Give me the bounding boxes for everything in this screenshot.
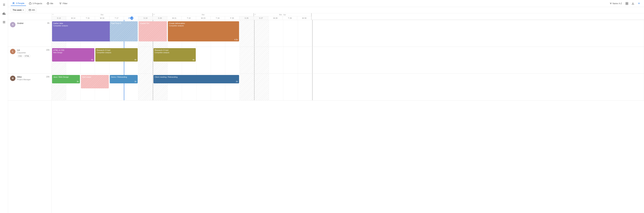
cell-andrei-S27[interactable] xyxy=(254,20,269,47)
day-header-M21: M21 xyxy=(167,16,182,20)
person-name-liz: Liz xyxy=(17,49,46,51)
person-hours-andrei: 8h xyxy=(47,22,50,24)
timeline-header: 11MarS13M14T15W16T17F18S1912MarS20M21T22… xyxy=(52,13,644,20)
cell-mike-T29[interactable] xyxy=(284,74,298,100)
sidebar: ☰ xyxy=(0,0,8,213)
svg-rect-18 xyxy=(29,9,31,11)
cell-liz-W30[interactable] xyxy=(298,47,312,73)
svg-point-6 xyxy=(13,2,14,3)
tab-me[interactable]: Me xyxy=(45,1,55,6)
svg-rect-17 xyxy=(627,4,628,5)
person-role-mike: Project Manager xyxy=(17,78,46,80)
timeline-row-mike: Java / Web Design3hSick LeaveDemo / Rebr… xyxy=(52,74,644,100)
cell-liz-W23[interactable] xyxy=(196,47,211,73)
hours-badge: 48h xyxy=(27,8,36,12)
person-info-liz: Liz Copywriter CSS HTML xyxy=(17,49,46,57)
chart-icon[interactable] xyxy=(1,11,7,16)
event-andrei-create-deliverables[interactable]: Create deliverablesCompetitor analysis4.… xyxy=(168,21,239,41)
person-info-mike: Mike Project Manager xyxy=(17,76,46,80)
people-list: A Andrei 8h L Liz Copywriter CSS HTML xyxy=(8,13,52,213)
svg-point-7 xyxy=(14,2,14,3)
toolbar: This week 48h xyxy=(8,7,644,13)
cell-mike-S19[interactable] xyxy=(138,74,153,100)
cell-mike-M28[interactable] xyxy=(269,74,284,100)
day-header-W16: W16 xyxy=(95,16,110,20)
svg-rect-15 xyxy=(627,2,628,3)
avatar-liz: L xyxy=(10,49,16,54)
person-hours-liz: 20h xyxy=(46,49,50,51)
cell-andrei-T29[interactable] xyxy=(284,20,298,47)
day-header-W30: W30 xyxy=(297,16,312,20)
cell-liz-M28[interactable] xyxy=(269,47,284,73)
event-mike-java-/-web-design[interactable]: Java / Web Design3h xyxy=(52,75,80,83)
person-row-mike: M Mike Project Manager 20h xyxy=(8,74,52,100)
cell-andrei-S26[interactable] xyxy=(240,20,254,47)
timeline-body: Gather dataCompetitor analysis8hPaid Tim… xyxy=(52,20,644,213)
people-list-header xyxy=(8,13,52,20)
add-button[interactable]: + xyxy=(636,1,641,6)
week-group-13: 13Mar - AprS27M28T29W30 xyxy=(254,13,312,20)
timeline-row-andrei: Gather dataCompetitor analysis8hPaid Tim… xyxy=(52,20,644,47)
timeline: 11MarS13M14T15W16T17F18S1912MarS20M21T22… xyxy=(52,13,644,213)
calendar-area: A Andrei 8h L Liz Copywriter CSS HTML xyxy=(8,13,644,213)
event-andrei-paid-time-o[interactable]: Paid Time O xyxy=(110,21,138,41)
day-header-T24: T24 xyxy=(210,16,225,20)
svg-rect-8 xyxy=(29,3,31,4)
cell-liz-F25[interactable] xyxy=(225,47,240,73)
event-mike-demo-/-rebranding[interactable]: Demo / Rebranding3h xyxy=(110,75,138,83)
event-andrei-unpaid-tim[interactable]: Unpaid Tim xyxy=(139,21,167,41)
main-content: 3 People 3 Projects Me Filter Name A-Z xyxy=(8,0,644,213)
day-header-T15: T15 xyxy=(80,16,95,20)
svg-point-9 xyxy=(47,2,49,4)
cell-mike-S27[interactable] xyxy=(254,74,269,100)
week-group-12: 12MarS20M21T22W23T24F25S26 xyxy=(153,13,254,20)
day-header-S26: S26 xyxy=(240,16,254,20)
person-name-mike: Mike xyxy=(17,76,46,78)
day-header-W23: W23 xyxy=(196,16,210,20)
person-name-andrei: Andrei xyxy=(17,22,47,24)
week-group-11: 11MarS13M14T15W16T17F18S19 xyxy=(52,13,153,20)
day-header-S20: S20 xyxy=(153,16,167,20)
day-header-S27: S27 xyxy=(254,16,268,20)
cell-liz-S26[interactable] xyxy=(240,47,254,73)
person-tags-liz: CSS HTML xyxy=(17,55,46,57)
day-header-F18: F18 xyxy=(124,16,138,20)
topbar: 3 People 3 Projects Me Filter Name A-Z xyxy=(8,0,644,7)
day-header-S19: S19 xyxy=(138,16,153,20)
cell-liz-S19[interactable] xyxy=(138,47,153,73)
list-icon[interactable] xyxy=(1,19,7,25)
cell-mike-S26[interactable] xyxy=(240,74,254,100)
avatar-andrei: A xyxy=(10,22,16,27)
export-btn[interactable] xyxy=(630,1,635,6)
tag-css: CSS xyxy=(17,55,23,57)
timeline-row-liz: HTML & CSSWeb Design4hResearch CI toolCo… xyxy=(52,47,644,74)
cell-andrei-M28[interactable] xyxy=(269,20,284,47)
event-mike-sick-leave[interactable]: Sick Leave xyxy=(81,75,109,88)
day-header-F25: F25 xyxy=(225,16,240,20)
week-selector[interactable]: This week xyxy=(11,8,26,12)
menu-icon[interactable]: ☰ xyxy=(1,2,7,7)
event-liz-research-ci-tool[interactable]: Research CI toolCompetitor analysis4h xyxy=(154,48,196,61)
day-header-T22: T22 xyxy=(182,16,196,20)
cell-liz-S27[interactable] xyxy=(254,47,269,73)
cell-mike-W30[interactable] xyxy=(298,74,312,100)
tab-people[interactable]: 3 People xyxy=(11,1,26,6)
topbar-right: Name A-Z + xyxy=(608,1,641,6)
svg-rect-2 xyxy=(5,13,5,15)
view-toggle-btn[interactable] xyxy=(624,1,629,6)
event-liz-research-ci-tool[interactable]: Research CI toolCompetitor analysis4h xyxy=(95,48,138,61)
event-liz-html-&-css[interactable]: HTML & CSSWeb Design4h xyxy=(52,48,94,61)
filter-btn[interactable]: Filter xyxy=(58,1,69,6)
person-role-liz: Copywriter xyxy=(17,52,46,54)
svg-rect-1 xyxy=(4,12,4,15)
cell-liz-T24[interactable] xyxy=(211,47,225,73)
tab-projects[interactable]: 3 Projects xyxy=(27,1,44,6)
sort-button[interactable]: Name A-Z xyxy=(608,2,623,5)
day-header-T17: T17 xyxy=(110,16,124,20)
cell-liz-T29[interactable] xyxy=(284,47,298,73)
event-mike-client-meeting-/-rebranding[interactable]: Client meeting / Rebranding2h xyxy=(154,75,239,83)
person-row-liz: L Liz Copywriter CSS HTML 20h xyxy=(8,47,52,74)
day-header-T29: T29 xyxy=(283,16,297,20)
cell-andrei-W30[interactable] xyxy=(298,20,312,47)
person-info-andrei: Andrei xyxy=(17,22,47,24)
